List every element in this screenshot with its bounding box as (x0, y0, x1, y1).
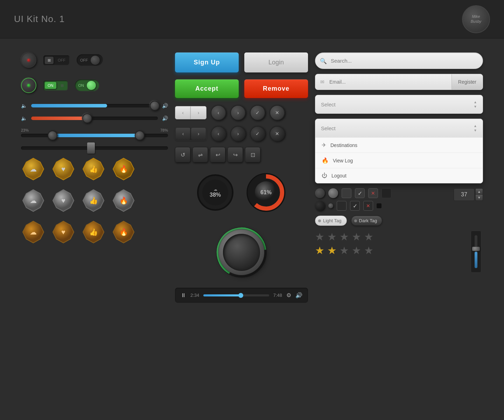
pause-button[interactable]: ⏸ (181, 292, 186, 299)
star-2-5[interactable]: ★ (364, 244, 373, 257)
nav-prev-light[interactable]: ‹ (175, 106, 191, 119)
dropdown-item-logout[interactable]: ⏻ Logout (315, 168, 483, 183)
accept-button[interactable]: Accept (175, 79, 239, 98)
settings-button[interactable]: ⚙ (286, 292, 291, 299)
range-thumb-right[interactable] (135, 131, 145, 140)
slider-blue-row: 🔈 🔊 (21, 103, 168, 108)
star-2-4[interactable]: ★ (352, 244, 361, 257)
dropdown-item-viewlog[interactable]: 🔥 View Log (315, 153, 483, 168)
checkbox-unchecked-1[interactable] (342, 188, 351, 198)
nav-prev-dark-round[interactable]: ‹ (211, 126, 226, 141)
dropdown-open: Select ▲ ▼ ✈ Destinations 🔥 View Log ⏻ L… (315, 119, 483, 183)
dropdown-header[interactable]: Select ▲ ▼ (315, 119, 483, 138)
toolbar-forward[interactable]: ↪ (227, 147, 243, 162)
star-2-1[interactable]: ★ (315, 244, 324, 257)
login-button[interactable]: Login (244, 52, 308, 72)
search-icon: 🔍 (320, 57, 327, 64)
radio-unchecked-1[interactable] (315, 188, 325, 198)
v-slider-track (475, 235, 477, 268)
star-1-1[interactable]: ★ (315, 231, 324, 243)
toggle-switch-on[interactable]: ON ⊞ (43, 80, 68, 91)
badge-bronze-thumb: 👍 (81, 220, 106, 244)
nav-next-dark[interactable]: › (191, 127, 206, 140)
toggle-switch-off[interactable]: ⊞ OFF (43, 55, 70, 65)
range-track[interactable] (21, 134, 168, 137)
dropdown-viewlog-label: View Log (333, 158, 353, 163)
remove-button[interactable]: Remove (244, 79, 308, 98)
star-1-3[interactable]: ★ (340, 231, 349, 243)
checkbox-x-1[interactable]: ✕ (368, 188, 378, 198)
v-slider-thumb[interactable] (472, 247, 480, 251)
register-button[interactable]: Register (451, 74, 483, 90)
toolbar-repeat[interactable]: ↩ (210, 147, 225, 162)
dropdown-header-label: Select (321, 125, 336, 131)
star-2-3[interactable]: ★ (340, 244, 349, 257)
range-slider-section: 23% 78% (21, 128, 168, 137)
media-progress-thumb[interactable] (238, 293, 243, 298)
position-slider-track[interactable] (21, 146, 168, 150)
star-1-2[interactable]: ★ (327, 231, 337, 243)
toolbar-crop[interactable]: ⊡ (245, 147, 260, 162)
nav-check-round[interactable]: ✓ (250, 105, 265, 120)
nav-next-round[interactable]: › (230, 105, 246, 120)
checkbox-small-dark[interactable] (377, 203, 382, 208)
knob-dial[interactable] (215, 226, 268, 279)
slider-blue-track[interactable] (31, 104, 158, 107)
radio-small-1[interactable] (328, 203, 333, 208)
star-1-5[interactable]: ★ (364, 231, 373, 243)
slider-red-track[interactable] (31, 117, 158, 120)
stars-row-2: ★ ★ ★ ★ ★ (315, 244, 373, 257)
badge-gold-thumb: 👍 (81, 157, 106, 181)
knob-control[interactable] (21, 52, 36, 68)
knob-control-2[interactable] (21, 78, 36, 93)
position-slider-thumb[interactable] (87, 142, 95, 154)
slider-red-thumb[interactable] (82, 113, 92, 123)
nav-close-round[interactable]: ✕ (270, 105, 285, 120)
badge-gold-fire: 🔥 (111, 157, 136, 181)
signup-button[interactable]: Sign Up (175, 52, 239, 72)
slider-blue-thumb[interactable] (150, 101, 160, 111)
checkbox-dark-1[interactable] (382, 188, 391, 198)
email-input[interactable] (315, 74, 396, 90)
volume-min-icon: 🔈 (21, 103, 27, 108)
light-tag[interactable]: Light Tag (315, 216, 347, 226)
checkbox-checked-1[interactable]: ✓ (355, 188, 365, 198)
middle-column: Sign Up Login Accept Remove ‹ › ‹ › ✓ ✕ … (175, 52, 308, 303)
volume-button[interactable]: 🔊 (295, 292, 302, 299)
search-input[interactable] (315, 52, 483, 69)
badge-silver-thumb: 👍 (81, 188, 106, 213)
nav-next-dark-round[interactable]: › (230, 126, 246, 141)
dropdown-item-destinations[interactable]: ✈ Destinations (315, 138, 483, 153)
star-2-2[interactable]: ★ (327, 244, 337, 257)
toolbar-shuffle[interactable]: ⇌ (192, 147, 208, 162)
dark-tag[interactable]: Dark Tag (351, 216, 383, 226)
nav-prev-dark[interactable]: ‹ (175, 127, 191, 140)
spinner-buttons: ▲ ▼ (475, 188, 483, 201)
volume-min-icon-2: 🔈 (21, 115, 27, 121)
circular-progress-row: ☁ 38% (175, 172, 308, 214)
nav-prev-round[interactable]: ‹ (211, 105, 226, 120)
round-toggle-on[interactable]: ON (75, 79, 100, 91)
vertical-slider[interactable] (471, 231, 481, 273)
nav-prev-next-light-pair: ‹ › (175, 106, 206, 119)
current-time: 2:34 (190, 293, 199, 298)
round-toggle-on-label: ON (78, 83, 84, 88)
radio-dark-1[interactable] (315, 201, 325, 211)
spinner-down[interactable]: ▼ (475, 195, 483, 201)
range-thumb-left[interactable] (48, 131, 57, 140)
nav-close-dark-round[interactable]: ✕ (270, 126, 285, 141)
spinner-input[interactable]: 37 (454, 188, 475, 201)
checkbox-checked-2[interactable]: ✓ (350, 201, 360, 211)
badge-silver-heart: ♥ (51, 188, 76, 213)
checkbox-x-2[interactable]: ✕ (363, 201, 373, 211)
nav-next-light[interactable]: › (191, 106, 206, 119)
round-toggle-off[interactable]: OFF (77, 54, 103, 66)
checkbox-unchecked-2[interactable] (337, 201, 346, 211)
select-closed[interactable]: Select ▲ ▼ (315, 95, 483, 114)
media-progress-bar[interactable] (203, 294, 269, 296)
spinner-up[interactable]: ▲ (475, 188, 483, 195)
nav-check-dark-round[interactable]: ✓ (250, 126, 265, 141)
star-1-4[interactable]: ★ (352, 231, 361, 243)
toolbar-refresh[interactable]: ↺ (175, 147, 190, 162)
radio-unchecked-2[interactable] (328, 188, 338, 198)
